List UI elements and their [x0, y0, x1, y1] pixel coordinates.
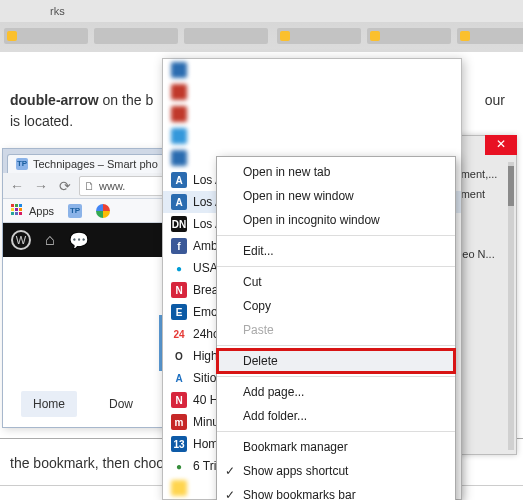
bookmark-favicon: A: [171, 370, 187, 386]
bookmark-favicon: m: [171, 414, 187, 430]
reload-button[interactable]: ⟳: [55, 176, 75, 196]
bookmark-overflow-item[interactable]: [163, 59, 461, 81]
wordpress-icon[interactable]: W: [11, 230, 31, 250]
bookmark-favicon: N: [171, 392, 187, 408]
blurred-bookmarks-strip: [0, 22, 523, 52]
bookmark-favicon: [171, 128, 187, 144]
context-menu-item-show-bookmarks-bar[interactable]: Show bookmarks bar: [217, 483, 455, 500]
bookmark-item[interactable]: TP: [64, 202, 86, 220]
context-menu-item-copy[interactable]: Copy: [217, 294, 455, 318]
top-band-text: rks: [50, 5, 65, 17]
top-gray-band: rks: [0, 0, 523, 22]
context-menu-item-bookmark-manager[interactable]: Bookmark manager: [217, 435, 455, 459]
context-menu-item-open-in-incognito-window[interactable]: Open in incognito window: [217, 208, 455, 232]
bookmark-favicon-tp: TP: [68, 204, 82, 218]
apps-grid-icon: [11, 204, 25, 218]
apps-label: Apps: [29, 205, 54, 217]
bookmark-favicon: N: [171, 282, 187, 298]
context-menu-separator: [217, 345, 455, 346]
comment-icon[interactable]: 💬: [69, 231, 89, 250]
tab-dow[interactable]: Dow: [97, 391, 145, 417]
bookmark-favicon: [171, 150, 187, 166]
back-button[interactable]: ←: [7, 176, 27, 196]
browser-tab[interactable]: TP Technipages – Smart pho: [7, 154, 167, 173]
context-menu-item-delete[interactable]: Delete: [217, 349, 455, 373]
favicon-page-icon: 🗋: [84, 180, 95, 192]
context-menu-item-add-folder[interactable]: Add folder...: [217, 404, 455, 428]
bookmark-favicon: 24: [171, 326, 187, 342]
context-menu-separator: [217, 266, 455, 267]
bookmark-favicon: A: [171, 172, 187, 188]
bookmark-overflow-item[interactable]: [163, 103, 461, 125]
bookmark-favicon: [171, 480, 187, 496]
context-menu-item-edit[interactable]: Edit...: [217, 239, 455, 263]
scrollbar[interactable]: [508, 162, 514, 450]
bookmark-favicon: DN: [171, 216, 187, 232]
bookmark-favicon: A: [171, 194, 187, 210]
bookmark-overflow-item[interactable]: [163, 81, 461, 103]
bookmark-favicon-google: [96, 204, 110, 218]
home-icon[interactable]: ⌂: [45, 231, 55, 249]
scrollbar-thumb[interactable]: [508, 166, 514, 206]
bookmark-favicon: [171, 62, 187, 78]
context-menu-item-cut[interactable]: Cut: [217, 270, 455, 294]
context-menu-item-open-in-new-tab[interactable]: Open in new tab: [217, 160, 455, 184]
context-menu-item-show-apps-shortcut[interactable]: Show apps shortcut: [217, 459, 455, 483]
bookmark-favicon: [171, 84, 187, 100]
bookmark-favicon: ●: [171, 458, 187, 474]
bookmark-favicon: [171, 106, 187, 122]
bookmark-overflow-item[interactable]: [163, 125, 461, 147]
context-menu: Open in new tabOpen in new windowOpen in…: [216, 156, 456, 500]
context-menu-separator: [217, 431, 455, 432]
page-tabs: Home Dow: [21, 391, 145, 417]
context-menu-separator: [217, 376, 455, 377]
context-menu-item-paste: Paste: [217, 318, 455, 342]
address-text: www.: [99, 180, 125, 192]
bookmark-item[interactable]: [92, 202, 114, 220]
context-menu-separator: [217, 235, 455, 236]
apps-button[interactable]: Apps: [7, 202, 58, 220]
tab-title: Technipages – Smart pho: [33, 158, 158, 170]
tab-favicon: TP: [16, 158, 28, 170]
bookmark-favicon: ●: [171, 260, 187, 276]
context-menu-item-add-page[interactable]: Add page...: [217, 380, 455, 404]
bookmark-favicon: f: [171, 238, 187, 254]
close-button[interactable]: ✕: [485, 135, 517, 155]
forward-button[interactable]: →: [31, 176, 51, 196]
context-menu-item-open-in-new-window[interactable]: Open in new window: [217, 184, 455, 208]
bookmark-favicon: 13: [171, 436, 187, 452]
tab-home[interactable]: Home: [21, 391, 77, 417]
bookmark-favicon: E: [171, 304, 187, 320]
bookmark-favicon: O: [171, 348, 187, 364]
